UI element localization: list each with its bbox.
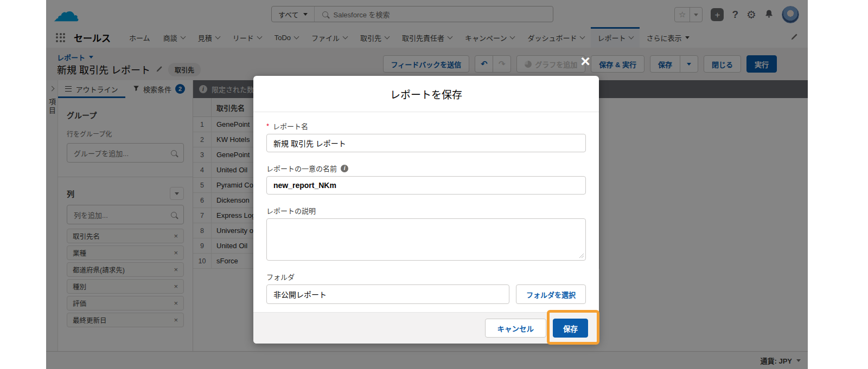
unique-name-label: レポートの一意の名前 (266, 163, 337, 173)
report-name-input[interactable] (266, 134, 586, 152)
cancel-button[interactable]: キャンセル (485, 319, 547, 338)
screenshot-stage: ☁ すべて Salesforce を検索 ☆ + ? ⚙ (0, 0, 868, 369)
annotation-highlight-box (547, 310, 599, 345)
folder-field: フォルダ フォルダを選択 (266, 271, 586, 304)
folder-label: フォルダ (266, 271, 295, 282)
info-icon[interactable]: i (341, 165, 348, 172)
unique-name-input[interactable] (266, 176, 586, 195)
required-asterisk: * (266, 122, 269, 130)
description-field: レポートの説明 (266, 205, 586, 261)
folder-input[interactable] (266, 284, 509, 304)
description-label: レポートの説明 (266, 205, 316, 216)
modal-body: *レポート名 レポートの一意の名前i レポートの説明 フォルダ フォルダを (253, 112, 599, 304)
modal-close-icon[interactable]: × (576, 52, 595, 70)
report-name-label: レポート名 (273, 121, 308, 131)
save-report-modal: レポートを保存 *レポート名 レポートの一意の名前i レポートの説明 フォルダ (253, 76, 599, 344)
report-name-field: *レポート名 (266, 121, 586, 152)
description-textarea[interactable] (266, 218, 586, 261)
select-folder-button[interactable]: フォルダを選択 (516, 284, 586, 304)
modal-title: レポートを保存 (253, 76, 599, 112)
unique-name-field: レポートの一意の名前i (266, 163, 586, 195)
